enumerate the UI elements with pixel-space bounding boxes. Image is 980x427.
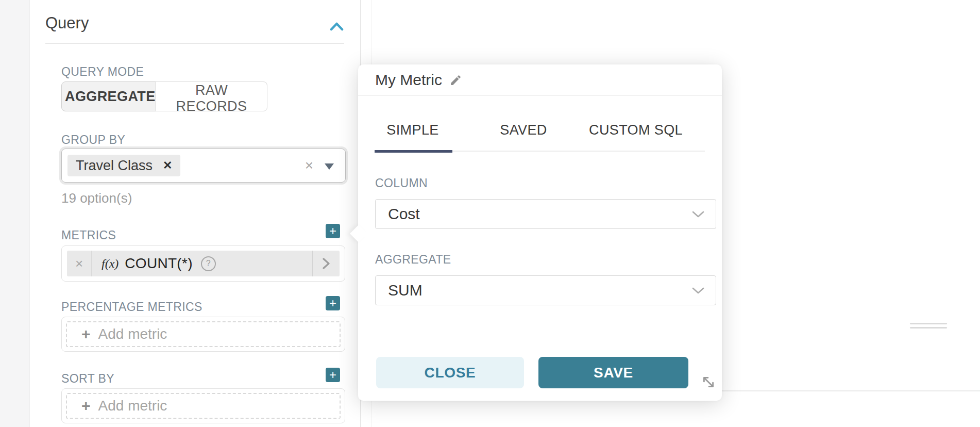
aggregate-label: AGGREGATE [375, 253, 451, 267]
query-mode-raw-records-button[interactable]: RAW RECORDS [156, 81, 267, 111]
select-caret-down-icon[interactable] [325, 163, 334, 170]
add-plus-icon: + [81, 398, 91, 414]
group-by-label: GROUP BY [61, 133, 125, 147]
metric-remove-icon[interactable]: × [67, 251, 92, 276]
sort-by-label: SORT BY [61, 372, 114, 386]
chevron-down-icon [692, 211, 704, 218]
panel-drag-handle[interactable] [910, 323, 947, 330]
add-metric-placeholder: Add metric [98, 398, 167, 414]
column-label: COLUMN [375, 176, 428, 190]
tag-remove-icon[interactable]: ✕ [163, 159, 172, 172]
left-rail [0, 0, 30, 427]
aggregate-select-value: SUM [388, 282, 423, 299]
metric-help-icon[interactable]: ? [201, 256, 216, 271]
popover-header: My Metric [358, 64, 722, 96]
add-metric-placeholder: Add metric [98, 326, 167, 342]
group-by-tag: Travel Class ✕ [67, 155, 180, 176]
percentage-metrics-add-metric[interactable]: + Add metric [66, 321, 341, 347]
tab-simple[interactable]: SIMPLE [386, 122, 438, 138]
chevron-down-icon [692, 287, 704, 294]
popover-arrow [350, 225, 367, 242]
sort-by-add-metric[interactable]: + Add metric [66, 393, 341, 419]
active-tab-indicator [375, 150, 452, 153]
sort-by-container: + Add metric [61, 388, 345, 423]
close-button[interactable]: CLOSE [376, 357, 524, 388]
group-by-tag-label: Travel Class [76, 158, 153, 174]
collapse-section-chevron-up-icon[interactable] [330, 21, 344, 32]
group-by-options-count: 19 option(s) [61, 190, 132, 206]
add-metric-button[interactable]: + [326, 224, 340, 238]
save-button[interactable]: SAVE [538, 357, 688, 388]
aggregate-select[interactable]: SUM [375, 275, 716, 305]
column-select-value: Cost [388, 205, 420, 223]
metrics-container: × f(x) COUNT(*) ? [61, 245, 345, 282]
query-section-title: Query [45, 14, 89, 32]
column-select[interactable]: Cost [375, 199, 716, 229]
query-mode-toggle: AGGREGATE RAW RECORDS [61, 81, 267, 111]
function-icon: f(x) [102, 257, 119, 271]
resize-diagonal-icon[interactable] [701, 375, 716, 389]
add-plus-icon: + [81, 326, 91, 342]
edit-pencil-icon[interactable] [449, 74, 462, 87]
metric-pill[interactable]: × f(x) COUNT(*) ? [67, 251, 340, 276]
metric-expand-chevron-right-icon[interactable] [312, 251, 340, 276]
query-mode-aggregate-button[interactable]: AGGREGATE [61, 81, 156, 111]
metric-pill-label: COUNT(*) [125, 255, 193, 272]
tab-saved[interactable]: SAVED [500, 122, 547, 138]
tab-custom-sql[interactable]: CUSTOM SQL [589, 122, 683, 138]
tab-bar-line [452, 151, 705, 152]
percentage-metrics-container: + Add metric [61, 317, 345, 352]
select-clear-icon[interactable]: × [305, 149, 313, 182]
metric-name: My Metric [375, 71, 442, 89]
percentage-metrics-label: PERCENTAGE METRICS [61, 300, 202, 314]
group-by-select[interactable]: Travel Class ✕ × [61, 149, 346, 183]
metric-editor-popover: My Metric SIMPLE SAVED CUSTOM SQL COLUMN… [358, 64, 722, 401]
add-percentage-metric-button[interactable]: + [326, 296, 340, 310]
query-mode-label: QUERY MODE [61, 65, 144, 79]
section-divider [45, 43, 344, 44]
add-sort-by-button[interactable]: + [326, 368, 340, 382]
metrics-label: METRICS [61, 228, 116, 242]
explore-page: Query QUERY MODE AGGREGATE RAW RECORDS G… [0, 0, 980, 427]
